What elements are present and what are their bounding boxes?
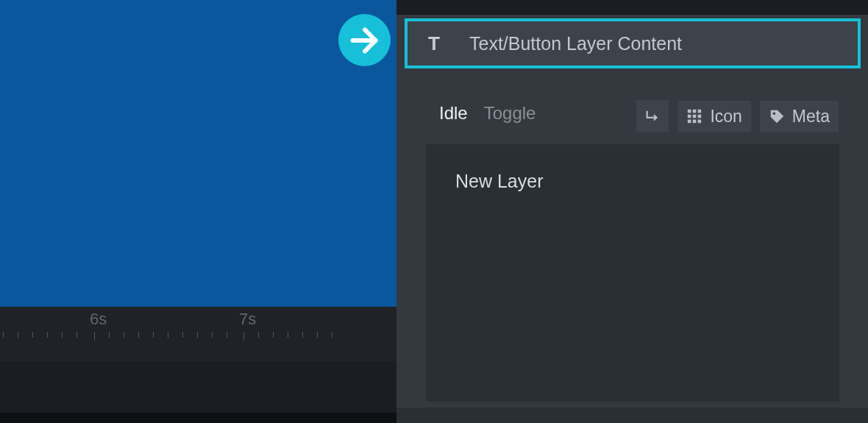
svg-rect-5 xyxy=(698,110,702,113)
tab-toggle[interactable]: Toggle xyxy=(484,103,536,124)
icon-tool-label: Icon xyxy=(710,107,741,127)
grid-icon xyxy=(686,108,702,124)
state-tabs: Idle Toggle xyxy=(439,103,536,124)
svg-rect-8 xyxy=(698,115,702,118)
svg-rect-9 xyxy=(688,120,691,124)
layer-content-editor[interactable]: New Layer xyxy=(426,144,839,402)
layer-text-value: New Layer xyxy=(455,171,544,191)
layer-content-header[interactable]: T Text/Button Layer Content xyxy=(405,18,861,68)
text-type-icon: T xyxy=(421,32,447,55)
icon-tool-button[interactable]: Icon xyxy=(677,101,750,132)
bottom-strip xyxy=(0,413,396,423)
svg-rect-7 xyxy=(693,115,697,118)
canvas-area[interactable] xyxy=(0,0,396,307)
meta-tool-button[interactable]: Meta xyxy=(760,101,839,132)
properties-panel: T Text/Button Layer Content Idle Toggle … xyxy=(396,0,868,423)
sub-arrow-icon xyxy=(644,108,661,124)
timeline-marker-6s: 6s xyxy=(90,310,107,329)
timeline-ruler[interactable]: 6s 7s xyxy=(0,332,396,348)
timeline-track-area[interactable] xyxy=(0,361,396,413)
svg-point-12 xyxy=(772,113,775,115)
meta-tool-label: Meta xyxy=(792,107,830,127)
svg-rect-10 xyxy=(693,120,697,124)
arrow-callout-badge xyxy=(338,14,391,66)
tools-row: Icon Meta xyxy=(636,100,839,132)
svg-rect-3 xyxy=(688,110,691,113)
tab-idle[interactable]: Idle xyxy=(439,103,468,124)
svg-rect-4 xyxy=(693,110,697,113)
timeline-marker-7s: 7s xyxy=(239,310,256,329)
tag-icon xyxy=(769,108,785,124)
sub-arrow-button[interactable] xyxy=(636,100,669,132)
arrow-right-icon xyxy=(349,24,381,57)
svg-rect-6 xyxy=(688,115,691,118)
layer-content-title: Text/Button Layer Content xyxy=(469,33,682,54)
timeline-bar[interactable]: 6s 7s xyxy=(0,307,396,361)
svg-rect-11 xyxy=(698,120,702,124)
panel-top-bar xyxy=(396,0,868,15)
panel-bottom-strip xyxy=(396,408,868,423)
